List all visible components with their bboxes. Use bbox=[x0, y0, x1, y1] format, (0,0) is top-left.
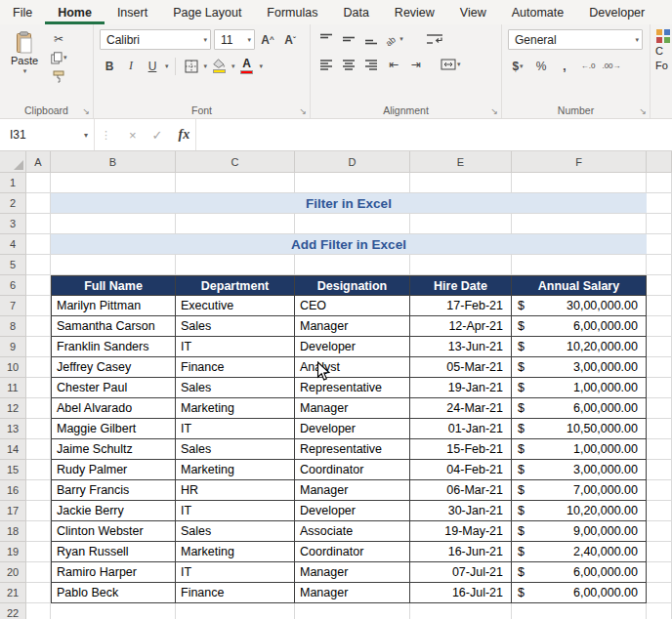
row-header-3[interactable]: 3 bbox=[0, 214, 26, 234]
cell-D20[interactable]: Manager bbox=[295, 562, 410, 583]
cell-B9[interactable]: Franklin Sanders bbox=[51, 337, 176, 357]
cell-E11[interactable]: 19-Jan-21 bbox=[410, 378, 512, 398]
borders-button[interactable] bbox=[182, 57, 201, 75]
cell-C12[interactable]: Marketing bbox=[176, 398, 295, 419]
cell-B19[interactable]: Ryan Russell bbox=[51, 542, 176, 562]
row-header-6[interactable]: 6 bbox=[0, 275, 26, 296]
cell-D8[interactable]: Manager bbox=[295, 316, 410, 337]
cell-C8[interactable]: Sales bbox=[176, 316, 295, 337]
cell-D12[interactable]: Manager bbox=[295, 398, 410, 419]
cell-A9[interactable] bbox=[26, 337, 51, 357]
cell-F14[interactable]: $1,00,000.00 bbox=[512, 439, 647, 460]
font-dialog-launcher-icon[interactable]: ↘ bbox=[299, 107, 307, 116]
row-header-15[interactable]: 15 bbox=[0, 460, 26, 480]
row-header-13[interactable]: 13 bbox=[0, 419, 26, 439]
increase-indent-button[interactable]: ⇥ bbox=[406, 55, 426, 73]
cell-D3[interactable] bbox=[295, 214, 410, 234]
cell-G17[interactable] bbox=[647, 501, 672, 521]
cell-A8[interactable] bbox=[26, 316, 51, 337]
cell-C11[interactable]: Sales bbox=[176, 378, 295, 398]
cell-G10[interactable] bbox=[647, 357, 672, 378]
cell-A14[interactable] bbox=[26, 439, 51, 460]
cell-C7[interactable]: Executive bbox=[176, 296, 295, 316]
cell-E16[interactable]: 06-Mar-21 bbox=[410, 480, 512, 501]
align-bottom-button[interactable] bbox=[361, 29, 381, 48]
tab-file[interactable]: File bbox=[0, 0, 45, 24]
cell-E9[interactable]: 13-Jun-21 bbox=[410, 337, 512, 357]
cancel-button[interactable]: × bbox=[129, 128, 137, 143]
cell-E22[interactable] bbox=[410, 603, 512, 619]
cell-E8[interactable]: 12-Apr-21 bbox=[410, 316, 512, 337]
cell-D19[interactable]: Coordinator bbox=[295, 542, 410, 562]
row-header-21[interactable]: 21 bbox=[0, 583, 26, 603]
cell-A1[interactable] bbox=[26, 173, 51, 193]
cell-C10[interactable]: Finance bbox=[176, 357, 295, 378]
percent-style-button[interactable]: % bbox=[531, 57, 551, 75]
col-header-F[interactable]: F bbox=[512, 151, 647, 173]
cell-F17[interactable]: $10,20,000.00 bbox=[512, 501, 647, 521]
cell-C17[interactable]: IT bbox=[176, 501, 295, 521]
cell-G22[interactable] bbox=[647, 603, 672, 619]
cell-D17[interactable]: Developer bbox=[295, 501, 410, 521]
col-header-D[interactable]: D bbox=[295, 151, 410, 173]
cell-E21[interactable]: 16-Jul-21 bbox=[410, 583, 512, 603]
tab-formulas[interactable]: Formulas bbox=[254, 0, 330, 24]
row-header-2[interactable]: 2 bbox=[0, 193, 26, 214]
cell-D21[interactable]: Manager bbox=[295, 583, 410, 603]
italic-button[interactable]: I bbox=[121, 57, 141, 75]
cell-B16[interactable]: Barry Francis bbox=[51, 480, 176, 501]
cell-A13[interactable] bbox=[26, 419, 51, 439]
cell-B21[interactable]: Pablo Beck bbox=[51, 583, 176, 603]
cell-D1[interactable] bbox=[295, 173, 410, 193]
decrease-indent-button[interactable]: ⇤ bbox=[384, 55, 403, 73]
table-header-annual-salary[interactable]: Annual Salary bbox=[512, 275, 647, 296]
cell-G9[interactable] bbox=[647, 337, 672, 357]
cell-B1[interactable] bbox=[51, 173, 176, 193]
cell-C1[interactable] bbox=[176, 173, 295, 193]
cell-E14[interactable]: 15-Feb-21 bbox=[410, 439, 512, 460]
cell-B17[interactable]: Jackie Berry bbox=[51, 501, 176, 521]
clipboard-dialog-launcher-icon[interactable]: ↘ bbox=[82, 107, 90, 116]
cell-C20[interactable]: IT bbox=[176, 562, 295, 583]
formula-input[interactable] bbox=[195, 119, 672, 150]
cell-D11[interactable]: Representative bbox=[295, 378, 410, 398]
increase-decimal-button[interactable]: ←.0 bbox=[578, 57, 598, 75]
cell-D9[interactable]: Developer bbox=[295, 337, 410, 357]
cell-B22[interactable] bbox=[51, 603, 176, 619]
select-all-corner[interactable] bbox=[0, 151, 26, 173]
row-header-22[interactable]: 22 bbox=[0, 603, 26, 619]
cell-F9[interactable]: $10,20,000.00 bbox=[512, 337, 647, 357]
tab-home[interactable]: Home bbox=[45, 0, 105, 24]
cell-E3[interactable] bbox=[410, 214, 512, 234]
title-cell-row4[interactable]: Add Filter in Excel bbox=[51, 234, 647, 255]
cell-A18[interactable] bbox=[26, 521, 51, 542]
cell-E17[interactable]: 30-Jan-21 bbox=[410, 501, 512, 521]
enter-button[interactable]: ✓ bbox=[152, 128, 163, 143]
cell-F10[interactable]: $3,00,000.00 bbox=[512, 357, 647, 378]
chevron-down-icon[interactable]: ▾ bbox=[260, 62, 264, 70]
accounting-format-button[interactable]: $ ▾ bbox=[508, 57, 527, 75]
cell-F5[interactable] bbox=[512, 255, 647, 275]
merge-center-button[interactable]: ▾ bbox=[441, 55, 461, 73]
cell-F3[interactable] bbox=[512, 214, 647, 234]
cell-E15[interactable]: 04-Feb-21 bbox=[410, 460, 512, 480]
alignment-dialog-launcher-icon[interactable]: ↘ bbox=[490, 107, 498, 116]
cell-G16[interactable] bbox=[647, 480, 672, 501]
cell-C21[interactable]: Finance bbox=[176, 583, 295, 603]
align-middle-button[interactable] bbox=[339, 29, 358, 48]
cell-D16[interactable]: Manager bbox=[295, 480, 410, 501]
row-header-7[interactable]: 7 bbox=[0, 296, 26, 316]
cut-button[interactable]: ✂ bbox=[49, 31, 68, 47]
paste-button[interactable]: Paste ▾ bbox=[6, 29, 43, 100]
align-center-button[interactable] bbox=[339, 55, 358, 73]
cell-G11[interactable] bbox=[647, 378, 672, 398]
table-header-hire-date[interactable]: Hire Date bbox=[410, 275, 512, 296]
cell-B18[interactable]: Clinton Webster bbox=[51, 521, 176, 542]
tab-view[interactable]: View bbox=[447, 0, 499, 24]
col-header-E[interactable]: E bbox=[410, 151, 512, 173]
cell-E19[interactable]: 16-Jun-21 bbox=[410, 542, 512, 562]
cell-B15[interactable]: Rudy Palmer bbox=[51, 460, 176, 480]
insert-function-button[interactable]: fx bbox=[179, 127, 190, 143]
cell-C19[interactable]: Marketing bbox=[176, 542, 295, 562]
cell-F12[interactable]: $6,00,000.00 bbox=[512, 398, 647, 419]
